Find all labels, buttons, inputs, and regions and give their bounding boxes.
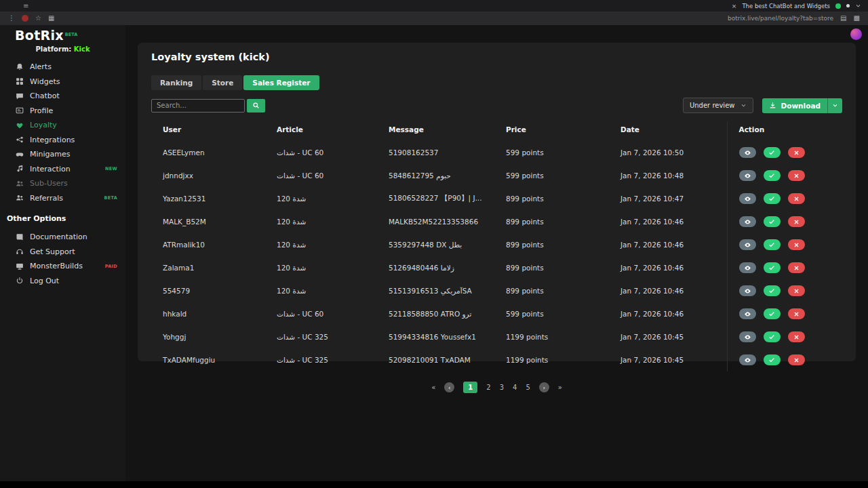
cell-action	[727, 302, 842, 325]
tab-ranking[interactable]: Ranking	[151, 75, 201, 90]
page-next-button[interactable]: ›	[539, 382, 549, 392]
address-url[interactable]: botrix.live/panel/loyalty?tab=store	[728, 15, 833, 22]
note-icon	[15, 165, 24, 173]
sidebar-item-label: Log Out	[30, 277, 59, 285]
cell-article: شدة 120	[265, 187, 377, 210]
page-button-4[interactable]: 4	[513, 384, 517, 391]
view-button[interactable]	[739, 216, 756, 227]
frame-icon[interactable]: ▦	[48, 15, 54, 22]
view-button[interactable]	[739, 193, 756, 204]
page-button-5[interactable]: 5	[526, 384, 530, 391]
sidebar-item-label: Sub-Users	[30, 179, 68, 188]
tabs: RankingStoreSales Register	[151, 75, 842, 90]
table-body: ASEELymenشدات - UC 6051908162537599 poin…	[151, 141, 842, 371]
approve-button[interactable]	[764, 170, 781, 181]
sidebar-item-referrals[interactable]: ReferralsBETA	[0, 191, 125, 206]
download-options-button[interactable]	[827, 98, 842, 113]
extensions-grid-icon[interactable]: ▩	[854, 15, 860, 22]
sidebar: BotRixBETA Platform: Kick AlertsWidgetsC…	[0, 25, 125, 481]
people-icon	[15, 194, 24, 202]
cell-price: 1199 points	[494, 348, 609, 371]
approve-button[interactable]	[764, 285, 781, 296]
search-input[interactable]	[151, 99, 245, 113]
loyalty-card: Loyalty system (kick) RankingStoreSales …	[138, 43, 856, 361]
sidebar-item-profile[interactable]: Profile	[0, 104, 125, 119]
sidebar-item-alerts[interactable]: Alerts	[0, 60, 125, 75]
reject-button[interactable]	[788, 147, 805, 158]
sidebar-nav: AlertsWidgetsChatbotProfileLoyaltyIntegr…	[0, 60, 125, 205]
page-prev-button[interactable]: ‹	[444, 382, 454, 392]
view-button[interactable]	[739, 170, 756, 181]
cell-user: ATRmalik10	[151, 233, 265, 256]
view-button[interactable]	[739, 285, 756, 296]
approve-button[interactable]	[764, 262, 781, 273]
approve-button[interactable]	[764, 308, 781, 319]
view-button[interactable]	[739, 308, 756, 319]
cell-price: 599 points	[494, 164, 609, 187]
logo[interactable]: BotRixBETA	[0, 29, 125, 42]
view-button[interactable]	[739, 262, 756, 273]
status-filter-select[interactable]: Under review	[683, 98, 754, 113]
view-button[interactable]	[739, 239, 756, 250]
cell-price: 899 points	[494, 279, 609, 302]
reject-button[interactable]	[788, 354, 805, 365]
approve-button[interactable]	[764, 354, 781, 365]
col-user: User	[151, 121, 265, 141]
view-button[interactable]	[739, 354, 756, 365]
monitor-icon	[15, 262, 24, 270]
cell-action	[727, 348, 842, 371]
view-button[interactable]	[739, 147, 756, 158]
nodes-icon	[15, 136, 24, 144]
cell-user: jdnndjxx	[151, 164, 265, 187]
page-button-3[interactable]: 3	[500, 384, 504, 391]
approve-button[interactable]	[764, 331, 781, 342]
view-button[interactable]	[739, 331, 756, 342]
chevron-down-icon[interactable]	[855, 3, 861, 9]
reject-button[interactable]	[788, 193, 805, 204]
sidebar-item-documentation[interactable]: Documentation	[0, 230, 125, 245]
power-icon	[15, 277, 24, 285]
sidebar-item-monsterbuilds[interactable]: MonsterBuildsPAID	[0, 259, 125, 274]
approve-button[interactable]	[764, 193, 781, 204]
reader-list-icon[interactable]: ▤	[840, 15, 846, 22]
sidebar-item-chatbot[interactable]: Chatbot	[0, 89, 125, 104]
approve-button[interactable]	[764, 239, 781, 250]
bottom-strip	[0, 481, 868, 488]
page-button-1[interactable]: 1	[463, 382, 477, 393]
approve-button[interactable]	[764, 147, 781, 158]
cell-price: 599 points	[494, 141, 609, 164]
cell-user: 554579	[151, 279, 265, 302]
window-menu-icon[interactable]: ≡	[23, 2, 28, 9]
tab-sales-register[interactable]: Sales Register	[243, 75, 319, 90]
sidebar-item-label: MonsterBuilds	[30, 262, 83, 270]
tab-store[interactable]: Store	[203, 75, 242, 90]
reject-button[interactable]	[788, 239, 805, 250]
sidebar-item-minigames[interactable]: Minigames	[0, 147, 125, 162]
tab-close-icon[interactable]: ×	[732, 3, 737, 9]
cell-message: 51806528227 【P90】| J...	[377, 187, 494, 210]
reject-button[interactable]	[788, 308, 805, 319]
page-last-button[interactable]: »	[558, 384, 562, 391]
sidebar-item-log-out[interactable]: Log Out	[0, 274, 125, 289]
sidebar-item-loyalty[interactable]: Loyalty	[0, 118, 125, 133]
reject-button[interactable]	[788, 331, 805, 342]
cell-message: 52118588850 ATRO ترو	[377, 302, 494, 325]
avatar[interactable]	[850, 28, 862, 40]
reject-button[interactable]	[788, 170, 805, 181]
sidebar-item-get-support[interactable]: Get Support	[0, 245, 125, 260]
search-button[interactable]	[247, 99, 265, 113]
page-button-2[interactable]: 2	[486, 384, 490, 391]
sidebar-item-sub-users[interactable]: Sub-Users	[0, 176, 125, 191]
kebab-menu-icon[interactable]: ⋮	[8, 15, 15, 22]
reject-button[interactable]	[788, 285, 805, 296]
sidebar-item-integrations[interactable]: Integrations	[0, 133, 125, 148]
approve-button[interactable]	[764, 216, 781, 227]
sidebar-item-interaction[interactable]: InteractionNEW	[0, 162, 125, 177]
page-first-button[interactable]: «	[431, 384, 435, 391]
col-action: Action	[727, 121, 842, 141]
bookmark-star-icon[interactable]: ☆	[35, 15, 41, 22]
reject-button[interactable]	[788, 262, 805, 273]
download-button[interactable]: Download	[762, 98, 827, 113]
reject-button[interactable]	[788, 216, 805, 227]
sidebar-item-widgets[interactable]: Widgets	[0, 75, 125, 89]
